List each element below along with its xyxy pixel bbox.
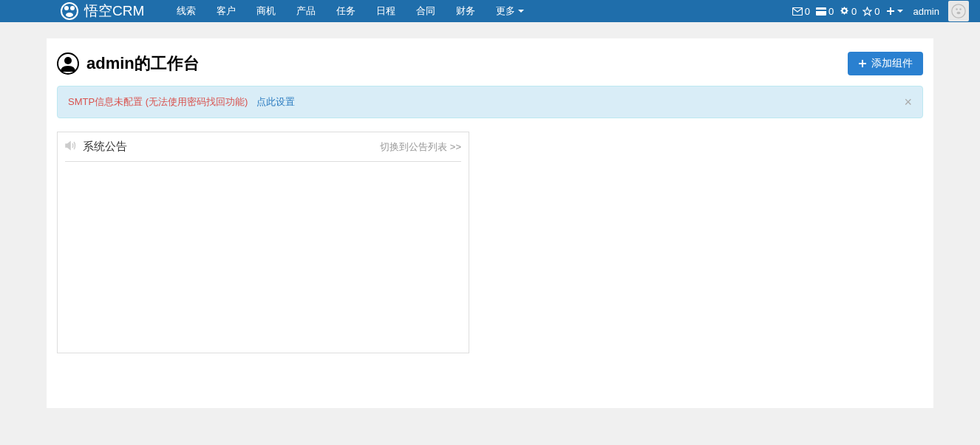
svg-point-4 xyxy=(952,4,965,18)
logo[interactable]: 悟空CRM xyxy=(61,1,144,21)
plus-icon xyxy=(858,59,867,68)
nav-contracts[interactable]: 合同 xyxy=(406,4,446,18)
nav-opportunities[interactable]: 商机 xyxy=(246,4,286,18)
logo-icon xyxy=(61,2,78,20)
user-circle-icon xyxy=(57,52,79,75)
plus-icon xyxy=(886,7,895,16)
svg-point-6 xyxy=(959,8,962,10)
chevron-down-icon xyxy=(897,10,903,13)
star-icon xyxy=(862,7,872,16)
nav-tasks[interactable]: 任务 xyxy=(326,4,366,18)
widget-title-wrap: 系统公告 xyxy=(65,140,127,154)
svg-point-3 xyxy=(843,9,846,12)
add-menu[interactable] xyxy=(886,7,903,16)
card-count-value: 0 xyxy=(828,6,834,17)
nav-products[interactable]: 产品 xyxy=(286,4,326,18)
widget-header: 系统公告 切换到公告列表 >> xyxy=(65,140,461,162)
nav-customers[interactable]: 客户 xyxy=(206,4,246,18)
page-title: admin的工作台 xyxy=(86,52,200,75)
svg-point-9 xyxy=(64,57,72,64)
announcement-widget: 系统公告 切换到公告列表 >> xyxy=(57,132,469,353)
star-count[interactable]: 0 xyxy=(862,6,879,17)
page-title-wrap: admin的工作台 xyxy=(57,52,200,75)
page-header: admin的工作台 添加组件 xyxy=(57,49,923,86)
card-count[interactable]: 0 xyxy=(816,6,834,17)
alert-settings-link[interactable]: 点此设置 xyxy=(256,95,295,109)
avatar-icon xyxy=(951,4,966,18)
user-name[interactable]: admin xyxy=(913,6,939,17)
widget-title: 系统公告 xyxy=(83,140,127,154)
svg-point-7 xyxy=(957,12,961,14)
nav-more[interactable]: 更多 xyxy=(486,4,534,18)
nav-finance[interactable]: 财务 xyxy=(446,4,486,18)
mail-count-value: 0 xyxy=(805,6,810,17)
alert-warning-text: SMTP信息未配置 (无法使用密码找回功能) xyxy=(68,95,248,109)
mail-count[interactable]: 0 xyxy=(792,6,810,17)
sound-icon xyxy=(65,140,77,154)
add-widget-button[interactable]: 添加组件 xyxy=(848,52,923,75)
mail-icon xyxy=(792,7,803,16)
gear-count[interactable]: 0 xyxy=(840,6,857,17)
card-icon xyxy=(816,7,826,16)
nav-more-label: 更多 xyxy=(496,4,515,18)
svg-rect-1 xyxy=(816,7,826,16)
gear-count-value: 0 xyxy=(851,6,857,17)
logo-text: 悟空CRM xyxy=(84,1,144,21)
navbar-left: 悟空CRM 线索 客户 商机 产品 任务 日程 合同 财务 更多 xyxy=(61,1,534,21)
star-count-value: 0 xyxy=(874,6,879,17)
alert-close-button[interactable]: × xyxy=(904,95,912,109)
main-container: admin的工作台 添加组件 SMTP信息未配置 (无法使用密码找回功能) 点此… xyxy=(47,38,933,408)
add-widget-label: 添加组件 xyxy=(871,57,913,70)
navbar-right: 0 0 0 0 admin xyxy=(792,1,969,21)
chevron-down-icon xyxy=(518,10,524,13)
gear-icon xyxy=(840,7,849,16)
svg-rect-2 xyxy=(816,10,826,11)
nav-leads[interactable]: 线索 xyxy=(166,4,206,18)
widget-switch-link[interactable]: 切换到公告列表 >> xyxy=(380,140,461,154)
smtp-alert: SMTP信息未配置 (无法使用密码找回功能) 点此设置 × xyxy=(57,86,923,118)
svg-point-5 xyxy=(956,8,958,10)
top-navbar: 悟空CRM 线索 客户 商机 产品 任务 日程 合同 财务 更多 0 0 xyxy=(0,0,980,22)
nav-schedule[interactable]: 日程 xyxy=(366,4,406,18)
avatar[interactable] xyxy=(948,1,969,21)
